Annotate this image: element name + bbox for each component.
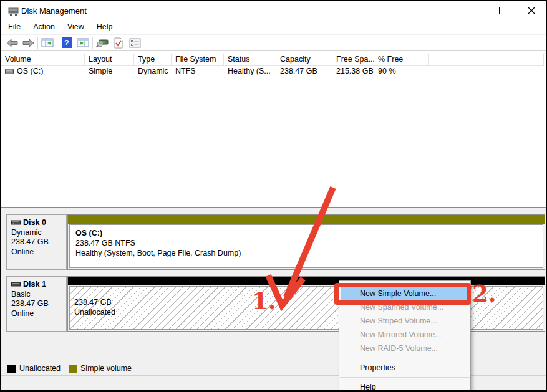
cell-status: Healthy (S... (224, 65, 276, 77)
volume-list-panel: Volume Layout Type File System Status Ca… (1, 51, 546, 207)
check-document-icon (114, 37, 123, 49)
unallocated-swatch (7, 365, 16, 373)
cell-type: Dynamic (134, 65, 172, 77)
disk1-unallocated-label: Unallocated (74, 307, 543, 317)
disk1-state: Online (11, 309, 66, 319)
column-header-type[interactable]: Type (134, 54, 172, 65)
help-button[interactable]: ? (59, 36, 75, 50)
task-list-button[interactable] (127, 36, 143, 50)
disk0-header[interactable]: Disk 0 Dynamic 238.47 GB Online (6, 214, 67, 270)
menu-item-new-mirrored-volume: New Mirrored Volume... (339, 328, 470, 342)
cell-pct-free: 90 % (374, 65, 429, 77)
disk0-name: Disk 0 (23, 218, 46, 228)
disk1-name: Disk 1 (23, 280, 46, 290)
toolbar: ? (1, 35, 547, 51)
legend-label: Unallocated (19, 364, 61, 373)
disk1-kind: Basic (11, 290, 66, 300)
minimize-icon (471, 11, 478, 11)
menu-help[interactable]: Help (90, 20, 119, 34)
back-button[interactable] (4, 36, 20, 50)
column-header-blank (429, 54, 544, 65)
column-header-status[interactable]: Status (224, 54, 276, 65)
disk0-volume-detail: 238.47 GB NTFS (75, 238, 543, 248)
toolbar-separator (37, 37, 38, 49)
back-icon (6, 39, 18, 47)
cell-free-space: 215.38 GB (332, 65, 374, 77)
minimize-button[interactable] (460, 1, 488, 20)
close-icon (528, 7, 535, 14)
legend-label: Simple volume (80, 364, 132, 373)
menu-item-new-striped-volume: New Striped Volume... (339, 314, 470, 328)
menu-bar: File Action View Help (1, 20, 546, 35)
disk0-kind: Dynamic (11, 228, 66, 238)
column-header-file-system[interactable]: File System (172, 54, 224, 65)
column-header-volume[interactable]: Volume (1, 54, 85, 65)
disk0-volume-stripe (68, 215, 545, 224)
table-row[interactable]: OS (C:) Simple Dynamic NTFS Healthy (S..… (1, 65, 544, 77)
disk1-capacity: 238.47 GB (11, 299, 66, 309)
column-header-free-space[interactable]: Free Spa... (332, 54, 374, 65)
menu-item-new-raid5-volume: New RAID-5 Volume... (339, 342, 470, 355)
console-tree-icon (41, 38, 54, 48)
task-list-icon (129, 38, 141, 48)
legend-item-simple-volume: Simple volume (69, 364, 132, 373)
disk-management-window: Disk Management File Action View Help (0, 0, 547, 392)
cell-capacity: 238.47 GB (276, 65, 332, 77)
title-bar: Disk Management (1, 1, 546, 20)
toolbar-separator (57, 37, 57, 49)
disk-management-app-icon (8, 7, 19, 16)
menu-separator (340, 358, 470, 358)
forward-icon (22, 39, 34, 47)
maximize-icon (499, 7, 506, 14)
cell-volume: OS (C:) (17, 65, 43, 77)
legend-item-unallocated: Unallocated (7, 364, 61, 373)
disk0-state: Online (11, 247, 66, 257)
computer-scan-icon (95, 38, 109, 48)
toolbar-separator (92, 37, 93, 49)
show-console-tree-button[interactable] (39, 36, 56, 50)
menu-item-help[interactable]: Help (339, 380, 470, 392)
disk0-capacity: 238.47 GB (11, 237, 66, 247)
menu-item-properties[interactable]: Properties (339, 361, 470, 375)
annotation-step-1: 1. (252, 287, 276, 315)
cell-layout: Simple (85, 65, 134, 77)
volume-icon (5, 69, 14, 74)
close-button[interactable] (517, 1, 546, 20)
column-header-capacity[interactable]: Capacity (276, 54, 332, 65)
annotation-highlight-box (334, 283, 471, 305)
cell-file-system: NTFS (172, 65, 224, 77)
disk1-header[interactable]: Disk 1 Basic 238.47 GB Online (6, 276, 67, 332)
disk0-volume-title: OS (C:) (75, 228, 543, 238)
window-title: Disk Management (21, 6, 87, 16)
column-header-layout[interactable]: Layout (85, 54, 134, 65)
annotation-step-2: 2. (472, 280, 496, 307)
simple-volume-swatch (69, 365, 77, 373)
menu-file[interactable]: File (1, 20, 27, 34)
menu-view[interactable]: View (61, 20, 90, 34)
menu-separator (340, 377, 470, 378)
forward-button[interactable] (20, 36, 36, 50)
disk0-volume-status: Healthy (System, Boot, Page File, Crash … (75, 248, 543, 258)
disk-drive-icon (11, 220, 21, 226)
rescan-disks-button[interactable] (94, 36, 110, 50)
disk-drive-icon (11, 282, 21, 288)
action-pane-icon (77, 38, 89, 48)
disk0-volume-strip[interactable]: OS (C:) 238.47 GB NTFS Healthy (System, … (67, 214, 545, 270)
show-action-pane-button[interactable] (75, 36, 91, 50)
volume-table-header: Volume Layout Type File System Status Ca… (1, 54, 544, 66)
maximize-button[interactable] (488, 1, 517, 20)
properties-button[interactable] (110, 36, 127, 50)
help-icon: ? (62, 37, 72, 48)
menu-action[interactable]: Action (27, 20, 61, 34)
column-header-pct-free[interactable]: % Free (374, 54, 429, 65)
